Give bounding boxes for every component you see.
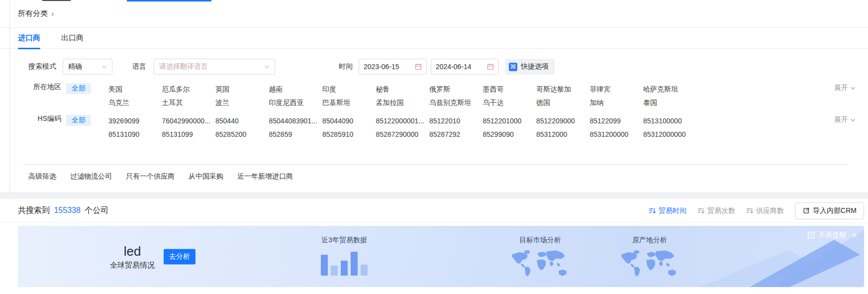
sort-trade-time[interactable]: 贸易时间 <box>649 206 686 215</box>
hs-code-option[interactable]: 39269099 <box>108 114 162 128</box>
chevron-down-icon <box>850 117 856 123</box>
category-breadcrumb[interactable]: 所有分类 › <box>0 0 868 28</box>
import-icon <box>802 207 810 214</box>
hs-code-option[interactable]: 85131090 <box>108 128 162 141</box>
close-icon[interactable]: × <box>852 232 857 239</box>
trade-bar <box>331 266 338 276</box>
world-map-icon <box>503 249 578 282</box>
language-select[interactable]: 请选择翻译语言 <box>154 59 275 75</box>
region-option[interactable]: 印度 <box>322 83 376 96</box>
sort-supplier-count[interactable]: 供应商数 <box>746 206 784 215</box>
trade-search-page: 所有分类 › 进口商 出口商 搜索模式 精确 语言 请选择翻译语言 时间 202… <box>0 0 868 294</box>
banner-chart-section: 近3年贸易数据 <box>309 236 379 276</box>
region-option[interactable]: 孟加拉国 <box>376 96 430 109</box>
hs-code-options-grid: 3926909976042990000...85044085044083901.… <box>108 114 697 141</box>
region-filter-row: 所在地区 全部 美国厄瓜多尔英国越南印度秘鲁俄罗斯墨西哥哥斯达黎加菲律宾哈萨克斯… <box>0 83 868 109</box>
region-option[interactable]: 乌兹别克斯坦 <box>429 96 483 109</box>
hs-expand-toggle[interactable]: 展开 <box>834 115 856 124</box>
chevron-right-icon: › <box>51 9 54 18</box>
advanced-option[interactable]: 只有一个供应商 <box>126 172 175 181</box>
hs-code-option[interactable]: 85131099 <box>162 128 216 141</box>
banner-market-section: 目标市场分析 <box>503 236 578 282</box>
banner-origin-section: 原产地分析 <box>612 236 687 282</box>
advanced-option[interactable]: 近一年新增进口商 <box>237 172 293 181</box>
hs-code-option[interactable]: 852859 <box>269 128 323 141</box>
region-option[interactable]: 土耳其 <box>162 96 216 109</box>
advanced-option[interactable]: 过滤物流公司 <box>70 172 112 181</box>
quick-options-label: 快捷选项 <box>521 62 549 71</box>
trade-bar <box>321 255 328 276</box>
chart-section-label: 近3年贸易数据 <box>309 236 379 245</box>
region-option[interactable]: 厄瓜多尔 <box>162 83 216 96</box>
hs-code-option[interactable]: 85287292 <box>429 128 483 141</box>
hs-code-option[interactable]: 85312000000 <box>643 128 697 141</box>
advanced-label: 高级筛选 <box>28 172 56 181</box>
hs-code-option[interactable]: 8531200000 <box>590 128 644 141</box>
region-option[interactable]: 俄罗斯 <box>429 83 483 96</box>
region-option[interactable]: 美国 <box>108 83 162 96</box>
region-option[interactable]: 哈萨克斯坦 <box>643 83 697 96</box>
region-option[interactable]: 乌克兰 <box>108 96 162 109</box>
dont-remind-checkbox[interactable] <box>808 232 815 239</box>
hs-code-option[interactable]: 850440 <box>215 114 269 128</box>
sort-icon <box>697 207 705 214</box>
quick-options-button[interactable]: ⌘ 快捷选项 <box>505 59 555 75</box>
region-option[interactable]: 墨西哥 <box>483 83 537 96</box>
date-end-value: 2024-06-14 <box>436 63 472 71</box>
hs-code-option[interactable]: 8513100000 <box>643 114 697 128</box>
language-placeholder: 请选择翻译语言 <box>159 62 208 71</box>
chevron-down-icon <box>101 64 107 70</box>
results-header: 共搜索到 155338 个公司 贸易时间 贸易次数 供应商数 <box>0 199 868 223</box>
world-map-icon <box>612 249 687 282</box>
region-option[interactable]: 波兰 <box>215 96 269 109</box>
hs-code-option[interactable]: 85285200 <box>215 128 269 141</box>
region-option[interactable]: 印度尼西亚 <box>269 96 323 109</box>
search-mode-label: 搜索模式 <box>28 62 56 71</box>
search-mode-select[interactable]: 精确 <box>63 59 112 75</box>
market-section-label: 目标市场分析 <box>503 236 578 245</box>
filter-panel: 搜索模式 精确 语言 请选择翻译语言 时间 2023-06-15 2024-06… <box>0 49 868 192</box>
region-option[interactable]: 泰国 <box>643 96 697 109</box>
region-option[interactable]: 巴基斯坦 <box>322 96 376 109</box>
region-option[interactable]: 英国 <box>215 83 269 96</box>
hs-code-option[interactable]: 85299090 <box>483 128 537 141</box>
region-option[interactable]: 德国 <box>536 96 590 109</box>
import-crm-button[interactable]: 导入内部CRM <box>795 202 864 219</box>
results-count: 共搜索到 155338 个公司 <box>18 205 108 216</box>
region-all-chip[interactable]: 全部 <box>66 83 91 94</box>
hs-code-option[interactable]: 8512209000 <box>536 114 590 128</box>
hs-code-option[interactable]: 85287290000 <box>376 128 430 141</box>
region-option[interactable]: 哥斯达黎加 <box>536 83 590 96</box>
section-gap <box>0 192 868 199</box>
calendar-icon <box>487 63 494 70</box>
hs-code-option[interactable]: 85044083901... <box>269 114 323 128</box>
region-option[interactable]: 菲律宾 <box>590 83 644 96</box>
region-option[interactable]: 乌干达 <box>483 96 537 109</box>
tab-importer[interactable]: 进口商 <box>18 28 40 49</box>
hs-code-option[interactable]: 85312000 <box>536 128 590 141</box>
date-end-input[interactable]: 2024-06-14 <box>431 59 499 75</box>
region-option[interactable]: 秘鲁 <box>376 83 430 96</box>
advanced-option[interactable]: 从中国采购 <box>189 172 223 181</box>
region-option[interactable]: 加纳 <box>590 96 644 109</box>
hs-all-chip[interactable]: 全部 <box>66 115 91 126</box>
region-expand-toggle[interactable]: 展开 <box>834 84 856 93</box>
region-option[interactable]: 越南 <box>269 83 323 96</box>
hs-code-option[interactable]: 85285910 <box>322 128 376 141</box>
trade-analysis-banner: led 全球贸易情况 去分析 近3年贸易数据 目标市场分析 原产地分析 <box>18 226 864 287</box>
search-mode-value: 精确 <box>68 62 82 71</box>
hs-code-option[interactable]: 8512201000 <box>483 114 537 128</box>
hs-code-option[interactable]: 85122000001... <box>376 114 430 128</box>
date-start-input[interactable]: 2023-06-15 <box>359 59 427 75</box>
region-label: 所在地区 <box>28 83 61 92</box>
dont-remind-label: 不再提醒 <box>818 231 846 240</box>
sort-trade-count[interactable]: 贸易次数 <box>697 206 735 215</box>
hs-code-option[interactable]: 85122099 <box>590 114 644 128</box>
sort-icon <box>649 207 656 214</box>
banner-promo: led 全球贸易情况 去分析 <box>110 243 195 270</box>
hs-code-option[interactable]: 85122010 <box>429 114 483 128</box>
hs-code-option[interactable]: 85044090 <box>322 114 376 128</box>
hs-code-option[interactable]: 76042990000... <box>162 114 216 128</box>
tab-exporter[interactable]: 出口商 <box>61 28 84 49</box>
analyze-button[interactable]: 去分析 <box>164 249 195 264</box>
